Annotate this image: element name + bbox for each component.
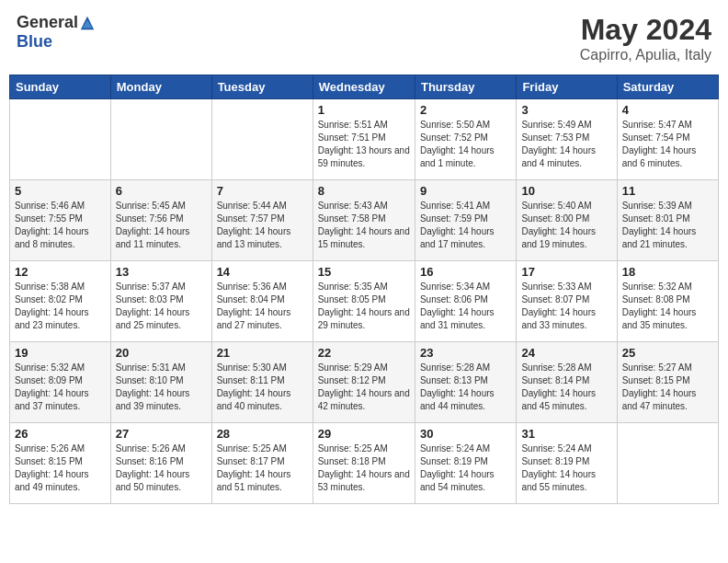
table-row: 28Sunrise: 5:25 AM Sunset: 8:17 PM Dayli…	[211, 423, 313, 504]
day-number: 1	[318, 103, 410, 117]
day-number: 30	[420, 427, 511, 441]
day-info: Sunrise: 5:32 AM Sunset: 8:08 PM Dayligh…	[622, 281, 713, 332]
table-row	[617, 423, 718, 504]
day-info: Sunrise: 5:31 AM Sunset: 8:10 PM Dayligh…	[116, 362, 207, 413]
week-row-5: 26Sunrise: 5:26 AM Sunset: 8:15 PM Dayli…	[10, 423, 719, 504]
day-info: Sunrise: 5:51 AM Sunset: 7:51 PM Dayligh…	[318, 119, 410, 170]
day-info: Sunrise: 5:26 AM Sunset: 8:15 PM Dayligh…	[15, 442, 106, 494]
day-number: 2	[420, 103, 511, 117]
day-info: Sunrise: 5:24 AM Sunset: 8:19 PM Dayligh…	[521, 442, 611, 494]
day-info: Sunrise: 5:38 AM Sunset: 8:02 PM Dayligh…	[15, 281, 106, 332]
day-info: Sunrise: 5:28 AM Sunset: 8:13 PM Dayligh…	[420, 362, 511, 413]
table-row: 14Sunrise: 5:36 AM Sunset: 8:04 PM Dayli…	[211, 261, 313, 342]
table-row: 7Sunrise: 5:44 AM Sunset: 7:57 PM Daylig…	[211, 180, 313, 261]
table-row: 10Sunrise: 5:40 AM Sunset: 8:00 PM Dayli…	[517, 180, 617, 261]
day-info: Sunrise: 5:47 AM Sunset: 7:54 PM Dayligh…	[622, 119, 713, 170]
day-number: 8	[318, 184, 410, 198]
logo-general: General	[17, 13, 78, 32]
day-info: Sunrise: 5:29 AM Sunset: 8:12 PM Dayligh…	[318, 362, 410, 413]
day-info: Sunrise: 5:27 AM Sunset: 8:15 PM Dayligh…	[622, 362, 713, 413]
day-number: 10	[521, 184, 611, 198]
table-row: 31Sunrise: 5:24 AM Sunset: 8:19 PM Dayli…	[517, 423, 617, 504]
week-row-1: 1Sunrise: 5:51 AM Sunset: 7:51 PM Daylig…	[10, 99, 719, 180]
table-row: 13Sunrise: 5:37 AM Sunset: 8:03 PM Dayli…	[110, 261, 211, 342]
day-info: Sunrise: 5:26 AM Sunset: 8:16 PM Dayligh…	[116, 442, 207, 494]
day-info: Sunrise: 5:39 AM Sunset: 8:01 PM Dayligh…	[622, 200, 713, 251]
logo-icon	[79, 15, 96, 31]
header: General Blue May 2024 Capirro, Apulia, I…	[9, 9, 719, 67]
day-info: Sunrise: 5:40 AM Sunset: 8:00 PM Dayligh…	[521, 200, 611, 251]
table-row	[211, 99, 313, 180]
table-row: 6Sunrise: 5:45 AM Sunset: 7:56 PM Daylig…	[110, 180, 211, 261]
day-number: 5	[15, 184, 106, 198]
day-info: Sunrise: 5:44 AM Sunset: 7:57 PM Dayligh…	[217, 200, 308, 251]
day-info: Sunrise: 5:46 AM Sunset: 7:55 PM Dayligh…	[15, 200, 106, 251]
day-info: Sunrise: 5:34 AM Sunset: 8:06 PM Dayligh…	[420, 281, 511, 332]
day-info: Sunrise: 5:37 AM Sunset: 8:03 PM Dayligh…	[116, 281, 207, 332]
table-row: 15Sunrise: 5:35 AM Sunset: 8:05 PM Dayli…	[313, 261, 415, 342]
day-info: Sunrise: 5:30 AM Sunset: 8:11 PM Dayligh…	[217, 362, 308, 413]
day-number: 21	[217, 346, 308, 360]
week-row-4: 19Sunrise: 5:32 AM Sunset: 8:09 PM Dayli…	[10, 342, 719, 423]
col-sunday: Sunday	[10, 75, 111, 99]
day-number: 22	[318, 346, 410, 360]
day-info: Sunrise: 5:33 AM Sunset: 8:07 PM Dayligh…	[521, 281, 611, 332]
day-number: 25	[622, 346, 713, 360]
day-info: Sunrise: 5:50 AM Sunset: 7:52 PM Dayligh…	[420, 119, 511, 170]
table-row	[10, 99, 111, 180]
day-number: 17	[521, 265, 611, 279]
table-row	[110, 99, 211, 180]
day-info: Sunrise: 5:41 AM Sunset: 7:59 PM Dayligh…	[420, 200, 511, 251]
day-info: Sunrise: 5:32 AM Sunset: 8:09 PM Dayligh…	[15, 362, 106, 413]
table-row: 30Sunrise: 5:24 AM Sunset: 8:19 PM Dayli…	[415, 423, 516, 504]
table-row: 19Sunrise: 5:32 AM Sunset: 8:09 PM Dayli…	[10, 342, 111, 423]
week-row-3: 12Sunrise: 5:38 AM Sunset: 8:02 PM Dayli…	[10, 261, 719, 342]
day-info: Sunrise: 5:49 AM Sunset: 7:53 PM Dayligh…	[521, 119, 611, 170]
day-info: Sunrise: 5:28 AM Sunset: 8:14 PM Dayligh…	[521, 362, 611, 413]
day-info: Sunrise: 5:45 AM Sunset: 7:56 PM Dayligh…	[116, 200, 207, 251]
day-info: Sunrise: 5:25 AM Sunset: 8:18 PM Dayligh…	[318, 442, 410, 494]
day-number: 13	[116, 265, 207, 279]
day-number: 24	[521, 346, 611, 360]
calendar-table: Sunday Monday Tuesday Wednesday Thursday…	[9, 75, 719, 504]
day-number: 20	[116, 346, 207, 360]
col-monday: Monday	[110, 75, 211, 99]
day-number: 28	[217, 427, 308, 441]
title-area: May 2024 Capirro, Apulia, Italy	[580, 13, 711, 63]
day-number: 6	[116, 184, 207, 198]
table-row: 3Sunrise: 5:49 AM Sunset: 7:53 PM Daylig…	[517, 99, 617, 180]
day-number: 19	[15, 346, 106, 360]
table-row: 4Sunrise: 5:47 AM Sunset: 7:54 PM Daylig…	[617, 99, 718, 180]
table-row: 11Sunrise: 5:39 AM Sunset: 8:01 PM Dayli…	[617, 180, 718, 261]
day-number: 9	[420, 184, 511, 198]
table-row: 12Sunrise: 5:38 AM Sunset: 8:02 PM Dayli…	[10, 261, 111, 342]
day-number: 12	[15, 265, 106, 279]
table-row: 22Sunrise: 5:29 AM Sunset: 8:12 PM Dayli…	[313, 342, 415, 423]
table-row: 20Sunrise: 5:31 AM Sunset: 8:10 PM Dayli…	[110, 342, 211, 423]
day-info: Sunrise: 5:25 AM Sunset: 8:17 PM Dayligh…	[217, 442, 308, 494]
table-row: 25Sunrise: 5:27 AM Sunset: 8:15 PM Dayli…	[617, 342, 718, 423]
table-row: 26Sunrise: 5:26 AM Sunset: 8:15 PM Dayli…	[10, 423, 111, 504]
week-row-2: 5Sunrise: 5:46 AM Sunset: 7:55 PM Daylig…	[10, 180, 719, 261]
col-tuesday: Tuesday	[211, 75, 313, 99]
table-row: 2Sunrise: 5:50 AM Sunset: 7:52 PM Daylig…	[415, 99, 516, 180]
month-title: May 2024	[580, 13, 711, 47]
col-wednesday: Wednesday	[313, 75, 415, 99]
table-row: 29Sunrise: 5:25 AM Sunset: 8:18 PM Dayli…	[313, 423, 415, 504]
logo-blue: Blue	[17, 32, 52, 52]
header-row: Sunday Monday Tuesday Wednesday Thursday…	[10, 75, 719, 99]
table-row: 24Sunrise: 5:28 AM Sunset: 8:14 PM Dayli…	[517, 342, 617, 423]
day-info: Sunrise: 5:43 AM Sunset: 7:58 PM Dayligh…	[318, 200, 410, 251]
logo: General Blue	[17, 13, 97, 52]
day-number: 23	[420, 346, 511, 360]
day-number: 18	[622, 265, 713, 279]
table-row: 9Sunrise: 5:41 AM Sunset: 7:59 PM Daylig…	[415, 180, 516, 261]
day-number: 11	[622, 184, 713, 198]
day-number: 26	[15, 427, 106, 441]
col-friday: Friday	[517, 75, 617, 99]
table-row: 27Sunrise: 5:26 AM Sunset: 8:16 PM Dayli…	[110, 423, 211, 504]
col-thursday: Thursday	[415, 75, 516, 99]
table-row: 1Sunrise: 5:51 AM Sunset: 7:51 PM Daylig…	[313, 99, 415, 180]
day-number: 3	[521, 103, 611, 117]
day-number: 27	[116, 427, 207, 441]
